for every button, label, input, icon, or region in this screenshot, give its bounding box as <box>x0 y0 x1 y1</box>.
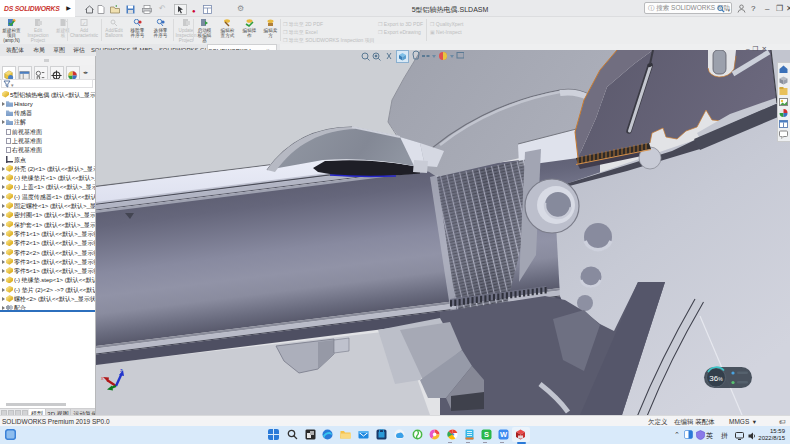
svg-text:✓: ✓ <box>82 20 86 26</box>
svg-text:W: W <box>500 430 508 439</box>
svg-text:36%: 36% <box>709 374 723 383</box>
svg-text:S: S <box>484 430 489 439</box>
